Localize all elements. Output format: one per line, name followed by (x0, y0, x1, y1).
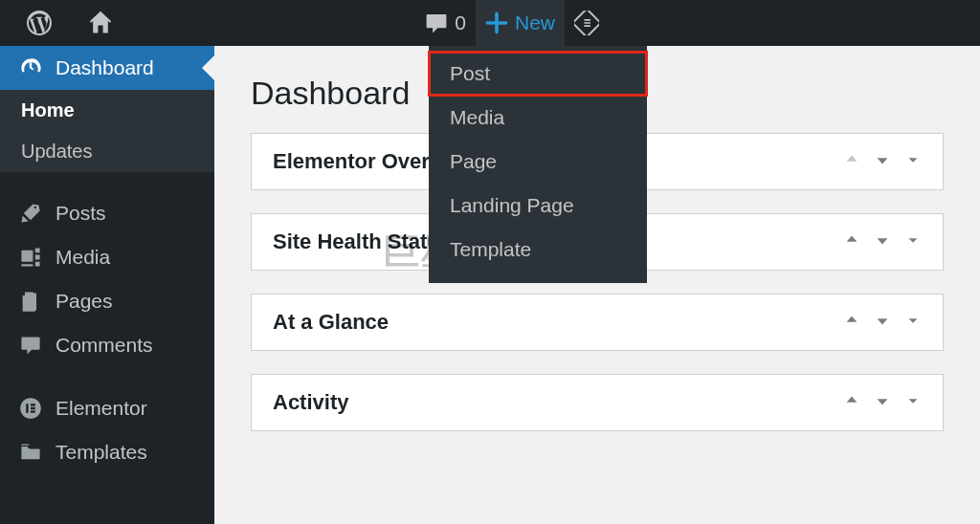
new-label: New (515, 11, 555, 34)
sidebar-item-templates[interactable]: Templates (0, 430, 214, 474)
new-dropdown: Post Media Page Landing Page Template (429, 46, 647, 283)
svg-rect-5 (31, 410, 35, 412)
move-down-icon[interactable] (874, 151, 891, 172)
sidebar-media-label: Media (56, 246, 110, 269)
panel-activity: Activity (251, 374, 944, 431)
svg-rect-4 (31, 407, 35, 409)
admin-sidebar: Dashboard Home Updates Posts Media Pages… (0, 46, 214, 524)
panel-controls (843, 231, 922, 252)
move-up-icon[interactable] (843, 231, 860, 252)
move-down-icon[interactable] (874, 392, 891, 413)
topbar-comments[interactable]: 0 (414, 0, 476, 46)
toggle-icon[interactable] (904, 312, 922, 333)
wordpress-logo-icon[interactable] (17, 0, 61, 46)
toggle-icon[interactable] (904, 151, 922, 172)
panel-title: Site Health Status (273, 229, 452, 254)
dropdown-item-post[interactable]: Post (429, 52, 647, 96)
sidebar-posts-label: Posts (56, 202, 106, 225)
move-down-icon[interactable] (874, 312, 891, 333)
panel-at-a-glance: At a Glance (251, 294, 944, 351)
topbar-elementor-icon[interactable] (565, 0, 609, 46)
topbar-new-button[interactable]: New (476, 0, 565, 46)
sidebar-item-pages[interactable]: Pages (0, 279, 214, 323)
dropdown-item-template[interactable]: Template (429, 228, 647, 272)
sidebar-templates-label: Templates (56, 441, 147, 464)
move-up-icon[interactable] (843, 312, 860, 333)
dropdown-item-page[interactable]: Page (429, 140, 647, 184)
sidebar-elementor-label: Elementor (56, 397, 147, 420)
sidebar-sub-updates[interactable]: Updates (0, 131, 214, 172)
move-up-icon[interactable] (843, 392, 860, 413)
comment-count: 0 (455, 11, 466, 34)
dropdown-item-media[interactable]: Media (429, 96, 647, 140)
home-icon[interactable] (78, 0, 122, 46)
sidebar-item-posts[interactable]: Posts (0, 191, 214, 235)
toggle-icon[interactable] (904, 231, 922, 252)
sidebar-item-media[interactable]: Media (0, 235, 214, 279)
move-down-icon[interactable] (874, 231, 891, 252)
svg-rect-3 (31, 404, 35, 405)
sidebar-item-dashboard[interactable]: Dashboard (0, 46, 214, 90)
panel-controls (843, 151, 922, 172)
sidebar-sub-home[interactable]: Home (0, 90, 214, 131)
sidebar-comments-label: Comments (56, 334, 153, 357)
sidebar-pages-label: Pages (56, 290, 113, 313)
panel-controls (843, 312, 922, 333)
admin-topbar: 0 New (0, 0, 980, 46)
toggle-icon[interactable] (904, 392, 922, 413)
move-up-icon[interactable] (843, 151, 860, 172)
dropdown-item-landing-page[interactable]: Landing Page (429, 184, 647, 228)
svg-rect-2 (26, 404, 28, 413)
panel-title: Activity (273, 390, 348, 415)
sidebar-item-comments[interactable]: Comments (0, 323, 214, 367)
sidebar-dashboard-label: Dashboard (56, 56, 154, 79)
panel-controls (843, 392, 922, 413)
sidebar-item-elementor[interactable]: Elementor (0, 386, 214, 430)
panel-title: At a Glance (273, 310, 389, 335)
